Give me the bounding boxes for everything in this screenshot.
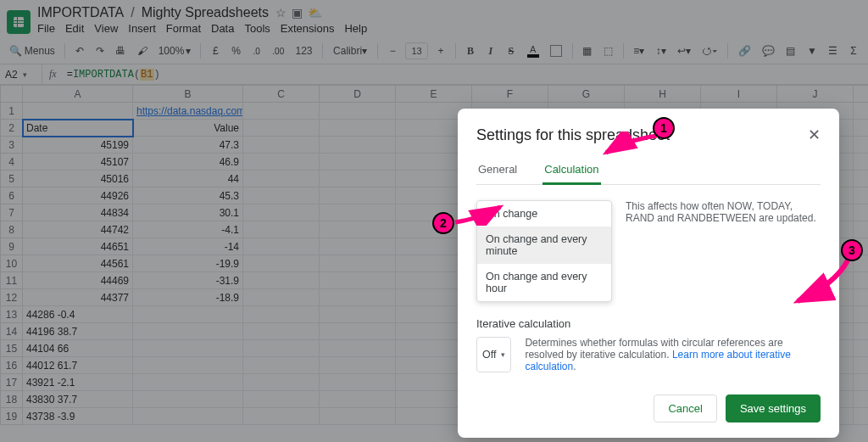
cell[interactable] [243, 238, 320, 255]
menu-insert[interactable]: Insert [128, 22, 156, 35]
save-settings-button[interactable]: Save settings [726, 394, 821, 422]
cell[interactable]: 47.3 [133, 137, 243, 154]
cell[interactable] [854, 340, 869, 357]
col-header[interactable]: K [854, 86, 869, 103]
filter-views-icon[interactable]: ☰ [826, 42, 842, 60]
cell[interactable] [854, 221, 869, 238]
cell[interactable] [854, 289, 869, 306]
cell[interactable] [320, 120, 396, 137]
cell[interactable]: -31.9 [133, 272, 243, 289]
wrap-icon[interactable]: ↩▾ [675, 42, 694, 60]
formula-input[interactable]: =IMPORTDATA(B1) [64, 69, 868, 81]
menu-format[interactable]: Format [166, 22, 201, 35]
row-header[interactable]: 18 [1, 391, 23, 408]
col-header[interactable]: A [23, 86, 133, 103]
cell[interactable] [243, 154, 320, 171]
col-header[interactable]: I [701, 86, 777, 103]
menu-view[interactable]: View [94, 22, 118, 35]
cell[interactable] [133, 323, 243, 340]
cell[interactable] [243, 340, 320, 357]
cancel-button[interactable]: Cancel [654, 394, 716, 422]
cell[interactable]: 44469 [23, 272, 133, 289]
cell[interactable] [133, 374, 243, 391]
cell[interactable] [854, 272, 869, 289]
cell[interactable] [320, 171, 396, 187]
corner-cell[interactable] [1, 86, 23, 103]
cell[interactable] [243, 137, 320, 154]
menu-edit[interactable]: Edit [65, 22, 84, 35]
cell[interactable] [854, 103, 869, 120]
cell[interactable] [320, 357, 396, 374]
cell[interactable]: 44742 [23, 221, 133, 238]
cell[interactable] [320, 374, 396, 391]
cell[interactable] [243, 255, 320, 272]
print-icon[interactable]: 🖶 [113, 42, 129, 60]
name-box[interactable]: A2 [0, 64, 42, 84]
iterative-select[interactable]: Off [476, 337, 511, 372]
font-family-select[interactable]: Calibri ▾ [330, 42, 370, 60]
percent-format-button[interactable]: % [228, 42, 243, 60]
cell[interactable]: https://data.nasdaq.com/ap [133, 103, 243, 120]
cell[interactable] [133, 425, 243, 426]
tab-general[interactable]: General [476, 156, 519, 184]
cloud-status-icon[interactable]: ⛅ [308, 6, 322, 20]
strike-button[interactable]: S [504, 42, 519, 60]
menu-tools[interactable]: Tools [244, 22, 270, 35]
row-header[interactable]: 2 [1, 120, 23, 137]
cell[interactable] [854, 408, 869, 425]
font-size-input[interactable]: 13 [405, 42, 428, 59]
paint-format-icon[interactable]: 🖌 [134, 42, 150, 60]
rotate-icon[interactable]: ⭯▾ [699, 42, 721, 60]
cell[interactable] [320, 238, 396, 255]
cell[interactable]: 44651 [23, 238, 133, 255]
row-header[interactable]: 11 [1, 272, 23, 289]
star-icon[interactable]: ☆ [275, 6, 287, 20]
undo-icon[interactable]: ↶ [72, 42, 87, 60]
cell[interactable]: -4.1 [133, 221, 243, 238]
text-color-button[interactable]: A [524, 42, 542, 60]
recalc-option-every-minute[interactable]: On change and every minute [477, 227, 611, 264]
cell[interactable]: 30.1 [133, 204, 243, 221]
row-header[interactable]: 19 [1, 408, 23, 425]
cell[interactable] [854, 374, 869, 391]
cell[interactable] [243, 357, 320, 374]
col-header[interactable]: F [472, 86, 548, 103]
cell[interactable] [243, 306, 320, 323]
cell[interactable] [320, 187, 396, 204]
col-header[interactable]: G [548, 86, 625, 103]
cell[interactable] [320, 408, 396, 425]
row-header[interactable]: 8 [1, 221, 23, 238]
currency-format-button[interactable]: £ [208, 42, 223, 60]
fill-color-button[interactable] [547, 42, 565, 60]
cell[interactable]: Value [133, 120, 243, 137]
row-header[interactable]: 14 [1, 323, 23, 340]
cell[interactable] [320, 204, 396, 221]
zoom-select[interactable]: 100% ▾ [156, 42, 194, 60]
cell[interactable] [320, 323, 396, 340]
tab-calculation[interactable]: Calculation [542, 156, 600, 185]
row-header[interactable]: 3 [1, 137, 23, 154]
font-size-minus[interactable]: − [385, 42, 400, 60]
row-header[interactable]: 20 [1, 425, 23, 426]
recalc-option-every-hour[interactable]: On change and every hour [477, 264, 611, 301]
cell[interactable] [854, 137, 869, 154]
cell[interactable]: 44104 66 [23, 340, 133, 357]
row-header[interactable]: 4 [1, 154, 23, 171]
more-formats-icon[interactable]: 123 [292, 42, 315, 60]
filter-icon[interactable]: ▼ [804, 42, 820, 60]
cell[interactable] [320, 340, 396, 357]
cell[interactable] [854, 391, 869, 408]
move-icon[interactable]: ▣ [292, 6, 303, 20]
cell[interactable] [243, 272, 320, 289]
increase-decimal-button[interactable]: .00 [270, 42, 287, 60]
cell[interactable]: 44196 38.7 [23, 323, 133, 340]
cell[interactable] [854, 357, 869, 374]
chart-icon[interactable]: ▤ [783, 42, 799, 60]
cell[interactable]: -19.9 [133, 255, 243, 272]
row-header[interactable]: 6 [1, 187, 23, 204]
halign-icon[interactable]: ≡▾ [631, 42, 648, 60]
cell[interactable] [854, 323, 869, 340]
cell[interactable] [320, 391, 396, 408]
cell[interactable] [243, 425, 320, 426]
cell[interactable] [133, 357, 243, 374]
